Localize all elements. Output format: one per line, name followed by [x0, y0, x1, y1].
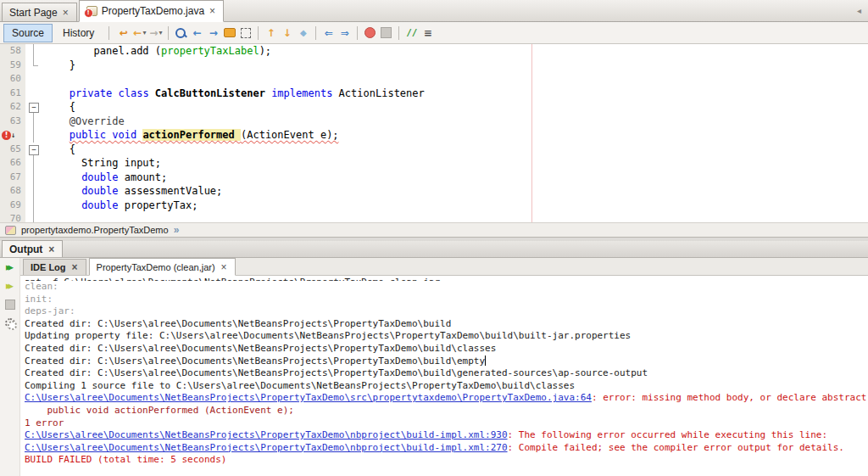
close-icon[interactable]: ×: [47, 245, 55, 254]
code-line: 68 double assessmentValue;: [0, 184, 868, 199]
code-token: panel.add (: [51, 45, 161, 57]
code-editor[interactable]: 58 panel.add (propertyTaxLabel);59 }6061…: [0, 44, 868, 222]
output-link[interactable]: C:\Users\alree\Documents\NetBeansProject…: [25, 442, 508, 453]
toggle-bookmark-icon[interactable]: [295, 25, 311, 41]
stop-build-icon[interactable]: [2, 297, 19, 311]
tab-ide-log[interactable]: IDE Log ×: [23, 259, 86, 275]
code-line: 59 }: [0, 59, 868, 73]
fold-margin: [25, 59, 42, 73]
close-icon[interactable]: ×: [209, 7, 216, 15]
line-number: 67: [0, 171, 25, 185]
output-text: Created dir: C:\Users\alree\Documents\Ne…: [25, 367, 648, 378]
code-token: );: [259, 45, 271, 57]
code-token: private: [70, 87, 113, 99]
find-previous-icon[interactable]: [189, 25, 205, 41]
netbeans-window: Start Page × PropertyTaxDemo.java × ◂ So…: [0, 0, 868, 476]
scroll-tabs-left-icon[interactable]: ◂: [857, 6, 861, 15]
fold-margin: [25, 72, 42, 87]
code-token: @Override: [70, 115, 125, 127]
code-text[interactable]: private class CalcButtonListener impleme…: [42, 87, 425, 101]
rerun-build-icon[interactable]: [2, 260, 19, 274]
fold-collapse-icon[interactable]: [25, 143, 42, 157]
code-token: [51, 129, 70, 141]
close-icon[interactable]: ×: [71, 263, 79, 272]
code-text[interactable]: {: [42, 143, 75, 157]
rectangular-selection-icon[interactable]: [237, 25, 253, 41]
stop-macro-recording-icon[interactable]: [378, 25, 394, 41]
chevron-right-icon[interactable]: »: [174, 224, 180, 236]
jump-last-edit-icon[interactable]: [115, 25, 131, 41]
ant-settings-icon[interactable]: [2, 316, 19, 330]
shift-line-left-icon[interactable]: [320, 25, 337, 41]
start-macro-recording-icon[interactable]: [362, 25, 378, 41]
output-text: Compiling 1 source file to C:\Users\alre…: [25, 380, 575, 391]
tab-build-output[interactable]: PropertyTaxDemo (clean,jar) ×: [89, 258, 236, 276]
code-token: [51, 115, 70, 127]
output-line: C:\Users\alree\Documents\NetBeansProject…: [25, 429, 868, 442]
output-line: Created dir: C:\Users\alree\Documents\Ne…: [25, 318, 868, 331]
fold-margin: [25, 171, 42, 185]
error-badge-icon[interactable]: !: [2, 131, 11, 140]
code-text[interactable]: public void actionPerformed (ActionEvent…: [42, 128, 339, 143]
code-line: 61 private class CalcButtonListener impl…: [0, 87, 868, 101]
rerun-with-options-icon[interactable]: [2, 278, 19, 293]
code-token: [51, 199, 81, 211]
output-link[interactable]: C:\Users\alree\Documents\NetBeansProject…: [25, 429, 508, 440]
find-next-icon[interactable]: [205, 25, 221, 41]
fold-margin: [25, 87, 42, 101]
output-window-label: Output: [9, 244, 42, 255]
code-text[interactable]: {: [42, 100, 75, 115]
code-text[interactable]: }: [42, 59, 75, 73]
breadcrumb-label: propertytaxdemo.PropertyTaxDemo: [21, 225, 169, 235]
output-tab-bar: IDE Log × PropertyTaxDemo (clean,jar) ×: [20, 258, 868, 276]
close-icon[interactable]: ×: [62, 8, 70, 17]
tab-output-window[interactable]: Output ×: [2, 240, 63, 257]
code-text[interactable]: [42, 72, 51, 87]
output-link[interactable]: C:\Users\alree\Documents\NetBeansProject…: [25, 392, 592, 403]
tab-start-page-label: Start Page: [9, 7, 58, 19]
code-token: {: [51, 143, 75, 155]
output-text: 1 error: [25, 417, 64, 428]
code-text[interactable]: panel.add (propertyTaxLabel);: [42, 44, 271, 59]
tab-ide-log-label: IDE Log: [31, 262, 66, 272]
code-text[interactable]: double amount;: [42, 171, 167, 185]
output-line: Updating property file: C:\Users\alree\D…: [25, 330, 868, 343]
code-token: amount;: [118, 171, 167, 183]
error-gutter-cell[interactable]: !↓: [0, 128, 25, 143]
output-text: BUILD FAILED (total time: 5 seconds): [25, 454, 226, 465]
back-icon[interactable]: [131, 25, 147, 41]
toggle-comment-icon[interactable]: [403, 25, 420, 41]
code-text[interactable]: [42, 212, 51, 222]
fold-margin: [25, 212, 42, 222]
output-text: clean:: [25, 281, 58, 292]
shift-line-right-icon[interactable]: [337, 25, 353, 41]
code-token: assessmentValue;: [118, 185, 222, 197]
line-number: 63: [0, 115, 25, 129]
forward-icon[interactable]: [147, 25, 164, 41]
output-window-header: Output ×: [0, 241, 868, 258]
next-bookmark-icon[interactable]: [279, 25, 295, 41]
tab-start-page[interactable]: Start Page ×: [2, 3, 77, 21]
output-line: C:\Users\alree\Documents\NetBeansProject…: [25, 392, 868, 405]
toolbar-separator: [357, 26, 358, 40]
toggle-highlight-icon[interactable]: [221, 25, 237, 41]
breadcrumb[interactable]: propertytaxdemo.PropertyTaxDemo »: [0, 222, 868, 238]
code-text[interactable]: String input;: [42, 156, 161, 171]
code-text[interactable]: double assessmentValue;: [42, 184, 222, 199]
close-icon[interactable]: ×: [220, 263, 228, 272]
fold-collapse-icon[interactable]: [25, 100, 42, 115]
code-text[interactable]: double propertyTax;: [42, 199, 198, 213]
code-text[interactable]: @Override: [42, 115, 125, 129]
uncomment-icon[interactable]: [420, 25, 436, 41]
class-icon: [5, 226, 16, 235]
output-action-rail: [0, 258, 20, 476]
code-token: (ActionEvent e);: [241, 129, 339, 141]
code-token: [51, 87, 70, 99]
output-console[interactable]: ant -f C:\Users\alree\Documents\NetBeans…: [20, 276, 868, 476]
toolbar-separator: [398, 26, 399, 40]
find-icon[interactable]: [173, 25, 189, 41]
previous-bookmark-icon[interactable]: [263, 25, 279, 41]
source-view-button[interactable]: Source: [3, 24, 53, 42]
tab-propertytaxdemo-java[interactable]: PropertyTaxDemo.java ×: [79, 0, 224, 22]
history-view-button[interactable]: History: [54, 24, 103, 42]
